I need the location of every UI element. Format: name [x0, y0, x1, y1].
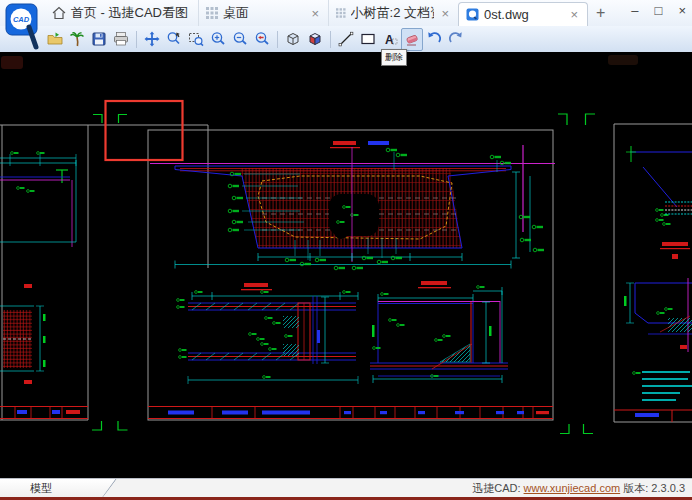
home-label: 首页 - 迅捷CAD看图	[71, 4, 188, 22]
status-bar: 模型 迅捷CAD: www.xunjiecad.com 版本: 2.3.0.3	[0, 478, 692, 497]
cad-logo-icon: CAD	[5, 3, 41, 51]
title-bar: 首页 - 迅捷CAD看图 桌面 × 小树苗:2 文档资料 × 0st.dwg ×	[0, 0, 692, 27]
cad-sheet-middle	[148, 141, 555, 419]
print-button[interactable]	[110, 28, 132, 51]
registration-marks	[92, 114, 595, 434]
cad-drawing	[0, 52, 692, 478]
cad-document-icon	[466, 8, 479, 21]
save-button[interactable]	[88, 28, 110, 51]
app-window: 首页 - 迅捷CAD看图 桌面 × 小树苗:2 文档资料 × 0st.dwg ×	[0, 0, 692, 500]
detail-view-right	[370, 281, 508, 383]
maximize-button[interactable]: □	[655, 3, 663, 18]
zoom-previous-button[interactable]	[251, 28, 273, 51]
model-tab-edge	[102, 479, 116, 497]
brand-label: 迅捷CAD:	[472, 482, 520, 494]
eraser-tool-button[interactable]	[401, 28, 423, 51]
status-brand-text: 迅捷CAD: www.xunjiecad.com 版本: 2.3.0.3	[472, 481, 685, 496]
undo-button[interactable]	[423, 28, 445, 51]
open-file-button[interactable]	[44, 28, 66, 51]
line-tool-button[interactable]	[335, 28, 357, 51]
app-logo: CAD	[5, 3, 41, 51]
model-tab-label: 模型	[30, 481, 52, 496]
tab-label: 0st.dwg	[484, 7, 563, 22]
redo-button[interactable]	[445, 28, 467, 51]
tab-close-button[interactable]: ×	[309, 7, 321, 20]
tab-drawing-active[interactable]: 0st.dwg ×	[458, 2, 588, 26]
home-button[interactable]: 首页 - 迅捷CAD看图	[42, 0, 198, 26]
tab-label: 小树苗:2 文档资料	[351, 4, 435, 22]
palm-tree-button[interactable]	[66, 28, 88, 51]
website-link[interactable]: www.xunjiecad.com	[524, 482, 621, 494]
pan-button[interactable]	[141, 28, 163, 51]
zoom-window-button[interactable]	[185, 28, 207, 51]
tab-close-button[interactable]: ×	[439, 7, 451, 20]
toolbar-separator	[330, 31, 331, 48]
tab-close-button[interactable]: ×	[568, 8, 580, 21]
logo-text: CAD	[13, 15, 30, 24]
text-tool-button[interactable]: A	[379, 28, 401, 51]
notes-block	[633, 371, 692, 401]
toolbar-separator	[136, 31, 137, 48]
cad-sheet-right	[614, 146, 692, 422]
minimize-button[interactable]: –	[631, 3, 638, 18]
grid-icon	[336, 7, 346, 19]
zoom-realtime-button[interactable]	[163, 28, 185, 51]
render-3d-button[interactable]	[304, 28, 326, 51]
rect-tool-button[interactable]	[357, 28, 379, 51]
new-tab-button[interactable]: +	[588, 0, 613, 26]
cad-sheet-left	[0, 152, 88, 419]
tab-desktop[interactable]: 桌面 ×	[198, 0, 328, 26]
brush-artifacts	[1, 55, 638, 69]
view-3d-button[interactable]	[282, 28, 304, 51]
zoom-in-button[interactable]	[207, 28, 229, 51]
home-icon	[52, 6, 66, 20]
close-button[interactable]: ×	[678, 3, 686, 18]
tab-label: 桌面	[223, 4, 304, 22]
model-space-tab[interactable]: 模型	[0, 479, 118, 497]
main-cross-section-view	[150, 141, 555, 270]
window-controls: – □ ×	[631, 3, 686, 18]
left-sheet-title-block	[0, 407, 88, 419]
drawing-canvas[interactable]	[0, 52, 692, 478]
toolbar-separator	[277, 31, 278, 48]
zoom-out-button[interactable]	[229, 28, 251, 51]
detail-view-left	[177, 283, 358, 384]
middle-sheet-title-block	[148, 407, 553, 419]
toolbar: A	[0, 26, 692, 52]
grid-icon	[206, 7, 218, 19]
tooltip-delete: 删除	[381, 49, 407, 66]
version-label: 版本:	[623, 482, 648, 494]
tab-documents[interactable]: 小树苗:2 文档资料 ×	[328, 0, 458, 26]
version-value: 2.3.0.3	[651, 482, 685, 494]
